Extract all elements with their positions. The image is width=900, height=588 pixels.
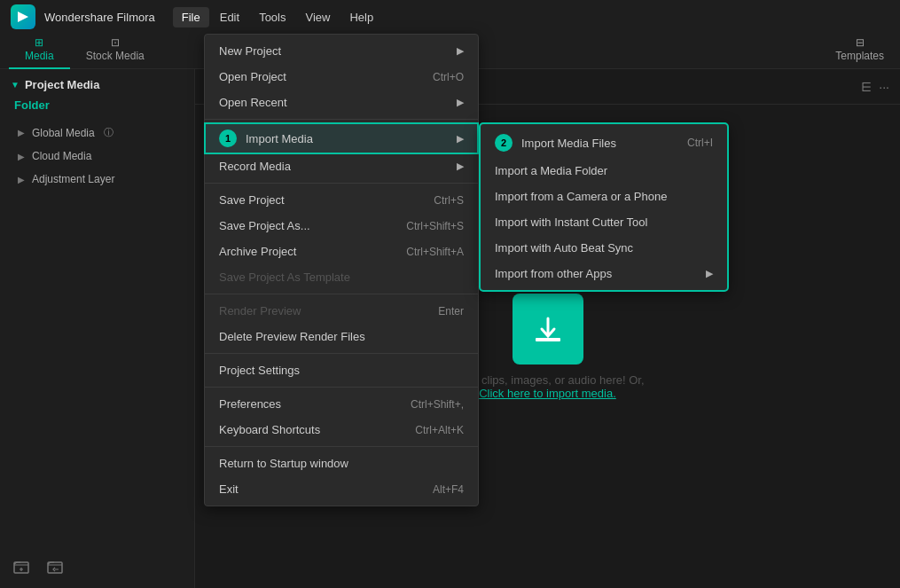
stock-media-tab-label: Stock Media: [86, 50, 145, 62]
app-name: Wondershare Filmora: [44, 11, 155, 24]
badge-1: 1: [219, 129, 237, 147]
submenu-import-files[interactable]: 2 Import Media Files Ctrl+I: [481, 128, 727, 158]
sidebar-collapse-arrow: ▼: [11, 80, 20, 90]
title-bar: Wondershare Filmora File Edit Tools View…: [0, 0, 900, 34]
menu-open-project[interactable]: Open Project Ctrl+O: [205, 64, 478, 90]
new-folder-icon[interactable]: [9, 554, 34, 579]
menu-project-settings[interactable]: Project Settings: [205, 357, 478, 383]
import-media-wrapper: 1 Import Media ▶ 2 Import Media Files Ct…: [205, 123, 478, 153]
more-options-icon[interactable]: ···: [879, 80, 889, 94]
new-project-label: New Project: [219, 44, 281, 58]
sidebar-item-global-media[interactable]: ▶ Global Media ⓘ: [11, 121, 184, 145]
sidebar-project-media-label: Project Media: [25, 78, 100, 91]
templates-tab-icon: ⊟: [856, 36, 865, 49]
app-logo: [11, 4, 35, 29]
import-media-arrow: ▶: [457, 133, 464, 145]
adjustment-layer-arrow: ▶: [18, 175, 25, 184]
menu-record-media[interactable]: Record Media ▶: [205, 153, 478, 179]
sidebar-item-adjustment-layer[interactable]: ▶ Adjustment Layer: [11, 168, 184, 191]
stock-media-tab-icon: ⊡: [111, 36, 120, 49]
render-preview-label: Render Preview: [219, 304, 301, 318]
submenu-import-beat[interactable]: Import with Auto Beat Sync: [481, 235, 727, 261]
menu-exit[interactable]: Exit Alt+F4: [205, 476, 478, 502]
new-project-arrow: ▶: [457, 45, 464, 57]
open-project-shortcut: Ctrl+O: [433, 71, 464, 83]
save-project-as-label: Save Project As...: [219, 219, 310, 232]
menu-import-media[interactable]: 1 Import Media ▶: [205, 123, 478, 153]
separator-2: [205, 183, 478, 184]
exit-shortcut: Alt+F4: [433, 483, 464, 496]
adjustment-layer-label: Adjustment Layer: [32, 173, 114, 185]
return-startup-label: Return to Startup window: [219, 457, 348, 470]
sidebar-project-media-header: ▼ Project Media: [11, 78, 184, 91]
submenu-import-camera[interactable]: Import from a Camera or a Phone: [481, 184, 727, 209]
import-link[interactable]: Click here to import media.: [479, 387, 616, 400]
separator-5: [205, 387, 478, 388]
menu-view[interactable]: View: [296, 7, 339, 27]
import-icon: [513, 294, 583, 365]
menu-tools[interactable]: Tools: [250, 7, 294, 27]
cloud-media-label: Cloud Media: [32, 150, 91, 162]
import-body-text: video clips, images, or audio here! Or, …: [450, 373, 644, 400]
templates-tab-label: Templates: [835, 50, 884, 62]
submenu-import-folder[interactable]: Import a Media Folder: [481, 158, 727, 184]
menu-save-as-template: Save Project As Template: [205, 264, 478, 290]
import-folder-icon[interactable]: [43, 554, 67, 579]
save-project-shortcut: Ctrl+S: [434, 194, 464, 207]
menu-help[interactable]: Help: [340, 7, 382, 27]
submenu-import-instant[interactable]: Import with Instant Cutter Tool: [481, 209, 727, 235]
import-files-label: Import Media Files: [521, 137, 616, 150]
menu-archive-project[interactable]: Archive Project Ctrl+Shift+A: [205, 239, 478, 264]
project-settings-label: Project Settings: [219, 364, 300, 377]
archive-project-label: Archive Project: [219, 245, 296, 258]
media-tab-label: Media: [25, 50, 54, 62]
open-project-label: Open Project: [219, 70, 286, 83]
save-project-label: Save Project: [219, 193, 285, 207]
import-media-content: 1 Import Media: [219, 129, 313, 147]
menu-new-project[interactable]: New Project ▶: [205, 38, 478, 64]
tab-media[interactable]: ⊞ Media: [9, 33, 70, 69]
sidebar-item-cloud-media[interactable]: ▶ Cloud Media: [11, 145, 184, 168]
file-dropdown-menu: New Project ▶ Open Project Ctrl+O Open R…: [204, 34, 479, 506]
sidebar: ▼ Project Media Folder ▶ Global Media ⓘ …: [0, 69, 195, 588]
render-preview-shortcut: Enter: [438, 305, 464, 318]
filter-icon[interactable]: ⋿: [861, 80, 872, 94]
menu-edit[interactable]: Edit: [211, 7, 248, 27]
import-folder-label: Import a Media Folder: [495, 164, 607, 177]
svg-marker-0: [18, 12, 28, 22]
tab-templates[interactable]: ⊟ Templates: [819, 33, 900, 69]
import-camera-label: Import from a Camera or a Phone: [495, 190, 667, 203]
sidebar-bottom: [9, 554, 67, 579]
content-icons: ⋿ ···: [861, 80, 889, 94]
menu-return-startup[interactable]: Return to Startup window: [205, 451, 478, 476]
folder-label: Folder: [11, 98, 184, 112]
global-media-label: Global Media: [32, 127, 95, 139]
menu-delete-preview[interactable]: Delete Preview Render Files: [205, 324, 478, 349]
menu-save-project-as[interactable]: Save Project As... Ctrl+Shift+S: [205, 213, 478, 239]
tab-stock-media[interactable]: ⊡ Stock Media: [70, 33, 160, 69]
delete-preview-label: Delete Preview Render Files: [219, 330, 365, 343]
menu-open-recent[interactable]: Open Recent ▶: [205, 90, 478, 115]
import-submenu: 2 Import Media Files Ctrl+I Import a Med…: [480, 123, 728, 291]
import-description: video clips, images, or audio here! Or,: [450, 373, 644, 387]
keyboard-shortcuts-shortcut: Ctrl+Alt+K: [415, 424, 464, 436]
record-media-arrow: ▶: [457, 161, 464, 172]
archive-project-shortcut: Ctrl+Shift+A: [406, 246, 464, 258]
separator-3: [205, 294, 478, 294]
preferences-label: Preferences: [219, 397, 281, 411]
badge-2: 2: [495, 134, 513, 152]
menu-save-project[interactable]: Save Project Ctrl+S: [205, 187, 478, 213]
open-recent-label: Open Recent: [219, 96, 287, 109]
keyboard-shortcuts-label: Keyboard Shortcuts: [219, 423, 320, 436]
file-menu-dropdown: New Project ▶ Open Project Ctrl+O Open R…: [204, 34, 479, 506]
menu-keyboard-shortcuts[interactable]: Keyboard Shortcuts Ctrl+Alt+K: [205, 417, 478, 443]
menu-file[interactable]: File: [173, 7, 209, 27]
import-beat-label: Import with Auto Beat Sync: [495, 241, 633, 255]
global-media-info-icon: ⓘ: [104, 126, 113, 139]
submenu-import-other[interactable]: Import from other Apps ▶: [481, 261, 727, 286]
exit-label: Exit: [219, 482, 239, 496]
menu-render-preview: Render Preview Enter: [205, 298, 478, 324]
global-media-arrow: ▶: [18, 128, 25, 137]
open-recent-arrow: ▶: [457, 97, 464, 108]
menu-preferences[interactable]: Preferences Ctrl+Shift+,: [205, 391, 478, 417]
